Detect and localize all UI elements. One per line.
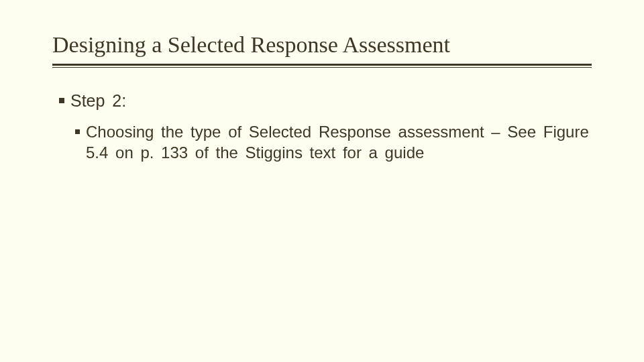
bullet-level-2: Choosing the type of Selected Response a…: [52, 121, 592, 163]
slide: Designing a Selected Response Assessment…: [0, 0, 644, 362]
square-bullet-icon: [75, 129, 80, 134]
bullet-level-1: Step 2:: [52, 90, 592, 111]
square-bullet-icon: [59, 98, 64, 103]
slide-body: Step 2: Choosing the type of Selected Re…: [52, 90, 592, 163]
title-rule: [52, 64, 592, 68]
bullet-level-1-text: Step 2:: [70, 90, 592, 111]
slide-title: Designing a Selected Response Assessment: [52, 32, 592, 61]
bullet-level-2-text: Choosing the type of Selected Response a…: [86, 121, 592, 163]
